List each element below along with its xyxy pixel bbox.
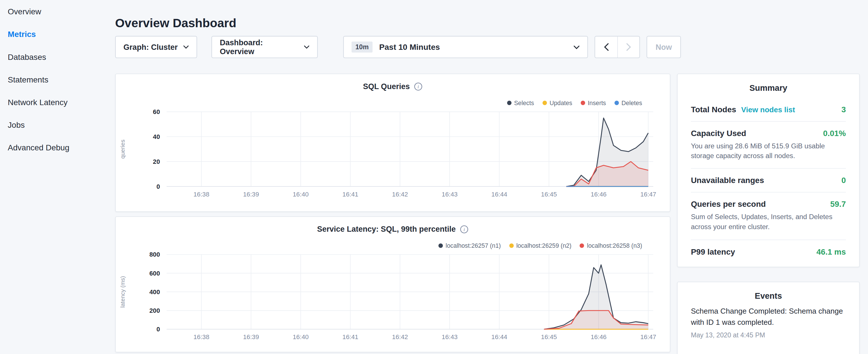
sidebar-item-statements[interactable]: Statements xyxy=(0,68,108,91)
sidebar-item-advanced-debug[interactable]: Advanced Debug xyxy=(0,136,108,159)
svg-text:20: 20 xyxy=(153,158,160,165)
svg-text:40: 40 xyxy=(153,133,160,140)
svg-text:16:45: 16:45 xyxy=(541,191,557,198)
graph-selector-dropdown[interactable]: Graph: Cluster xyxy=(115,36,197,58)
sidebar-item-label: Network Latency xyxy=(8,98,68,106)
info-icon[interactable]: i xyxy=(414,82,423,91)
svg-text:16:45: 16:45 xyxy=(541,333,557,341)
chart-title: Service Latency: SQL, 99th percentile xyxy=(317,225,456,233)
svg-text:16:43: 16:43 xyxy=(442,333,458,341)
now-button[interactable]: Now xyxy=(647,36,681,58)
legend-item: localhost:26257 (n1) xyxy=(438,242,501,249)
chart-legend: Selects Updates Inserts Deletes xyxy=(507,100,642,106)
summary-stat-row: Total Nodes View nodes list 3 xyxy=(691,98,846,122)
sidebar-item-label: Metrics xyxy=(8,30,36,38)
legend-item: localhost:26258 (n3) xyxy=(580,242,642,249)
sidebar-item-databases[interactable]: Databases xyxy=(0,45,108,68)
svg-text:i: i xyxy=(464,227,465,232)
svg-text:60: 60 xyxy=(153,108,160,116)
chart-title: SQL Queries xyxy=(363,82,410,91)
summary-stat-description: Sum of Selects, Updates, Inserts, and De… xyxy=(691,212,846,232)
summary-stat-label: Capacity Used xyxy=(691,129,746,138)
graph-selector-label: Graph: Cluster xyxy=(124,43,178,52)
chevron-down-icon xyxy=(304,45,309,49)
svg-text:16:42: 16:42 xyxy=(392,191,408,198)
legend-item: localhost:26259 (n2) xyxy=(509,242,572,249)
dashboard-selector-label: Dashboard: Overview xyxy=(220,38,299,56)
svg-text:16:39: 16:39 xyxy=(243,333,259,341)
sidebar-item-network-latency[interactable]: Network Latency xyxy=(0,91,108,114)
summary-stat-value: 59.7 xyxy=(830,200,846,209)
chart-legend: localhost:26257 (n1) localhost:26259 (n2… xyxy=(438,242,642,249)
legend-dot-icon xyxy=(581,101,585,105)
summary-stat-row: Capacity Used 0.01% You are using 28.6 M… xyxy=(691,122,846,169)
sql-queries-chart: 16:3816:3916:4016:4116:4216:4316:4416:45… xyxy=(116,106,670,203)
sidebar-item-label: Overview xyxy=(8,7,41,16)
prev-time-button[interactable] xyxy=(595,36,617,57)
summary-stat-head: Capacity Used 0.01% xyxy=(691,129,846,138)
chevron-down-icon xyxy=(574,45,580,49)
legend-label: Inserts xyxy=(588,100,606,106)
summary-stat-row: Unavailable ranges 0 xyxy=(691,169,846,193)
svg-text:i: i xyxy=(418,84,419,89)
legend-label: localhost:26259 (n2) xyxy=(517,242,572,249)
service-latency-chart: 16:3816:3916:4016:4116:4216:4316:4416:45… xyxy=(116,249,670,346)
svg-text:16:44: 16:44 xyxy=(492,333,507,341)
summary-stat-label: Unavailable ranges xyxy=(691,176,764,185)
chart-title-row: SQL Queries i xyxy=(116,82,670,91)
svg-text:16:38: 16:38 xyxy=(193,191,210,198)
time-window-selector[interactable]: 10m Past 10 Minutes xyxy=(343,36,588,58)
legend-dot-icon xyxy=(507,101,511,105)
svg-text:16:44: 16:44 xyxy=(492,191,507,198)
svg-text:16:41: 16:41 xyxy=(342,191,359,198)
chevron-right-icon xyxy=(626,43,631,51)
legend-label: localhost:26258 (n3) xyxy=(587,242,642,249)
legend-dot-icon xyxy=(614,101,619,105)
legend-item: Inserts xyxy=(581,100,606,106)
sidebar-item-metrics[interactable]: Metrics xyxy=(0,23,108,45)
page-title: Overview Dashboard xyxy=(115,16,237,30)
summary-stat-description: You are using 28.6 MiB of 515.9 GiB usab… xyxy=(691,141,846,161)
svg-text:0: 0 xyxy=(156,183,160,190)
legend-label: Selects xyxy=(514,100,534,106)
events-list: Schema Change Completed: Schema change w… xyxy=(691,306,846,339)
service-latency-chart-panel: Service Latency: SQL, 99th percentile i … xyxy=(115,216,671,352)
svg-text:16:38: 16:38 xyxy=(193,333,210,341)
legend-label: localhost:26257 (n1) xyxy=(445,242,501,249)
svg-text:16:42: 16:42 xyxy=(392,333,408,341)
legend-dot-icon xyxy=(580,244,584,248)
legend-dot-icon xyxy=(509,244,514,248)
summary-stat-value: 46.1 ms xyxy=(816,247,846,256)
dashboard-selector-dropdown[interactable]: Dashboard: Overview xyxy=(212,36,318,58)
svg-text:16:40: 16:40 xyxy=(293,333,309,341)
legend-label: Deletes xyxy=(622,100,642,106)
svg-text:200: 200 xyxy=(149,307,160,314)
svg-text:800: 800 xyxy=(149,251,160,258)
svg-text:16:47: 16:47 xyxy=(640,333,656,341)
time-step-buttons xyxy=(595,36,640,58)
event-timestamp: May 13, 2020 at 4:45 PM xyxy=(691,331,846,339)
event-text: Schema Change Completed: Schema change w… xyxy=(691,306,846,328)
svg-text:16:43: 16:43 xyxy=(442,191,458,198)
sidebar-item-label: Jobs xyxy=(8,120,25,129)
time-window-label: Past 10 Minutes xyxy=(379,43,440,52)
sidebar-item-label: Databases xyxy=(8,53,46,61)
legend-item: Updates xyxy=(542,100,572,106)
sidebar-item-label: Advanced Debug xyxy=(8,143,69,152)
sidebar-item-label: Statements xyxy=(8,75,49,84)
svg-text:queries: queries xyxy=(120,139,126,158)
toolbar: Graph: Cluster Dashboard: Overview 10m P… xyxy=(115,36,681,58)
view-nodes-list-link[interactable]: View nodes list xyxy=(741,106,795,114)
next-time-button[interactable] xyxy=(617,36,639,57)
svg-text:16:47: 16:47 xyxy=(640,191,656,198)
svg-text:600: 600 xyxy=(149,270,160,277)
info-icon[interactable]: i xyxy=(460,225,468,233)
summary-stats: Total Nodes View nodes list 3 Capacity U… xyxy=(691,98,846,263)
summary-stat-row: P99 latency 46.1 ms xyxy=(691,240,846,263)
svg-text:16:46: 16:46 xyxy=(591,191,607,198)
sidebar-item-jobs[interactable]: Jobs xyxy=(0,114,108,136)
legend-dot-icon xyxy=(438,244,443,248)
svg-text:0: 0 xyxy=(156,326,160,333)
sidebar-item-overview[interactable]: Overview xyxy=(0,0,108,23)
sql-queries-chart-panel: SQL Queries i Selects Updates Inserts De… xyxy=(115,74,671,212)
